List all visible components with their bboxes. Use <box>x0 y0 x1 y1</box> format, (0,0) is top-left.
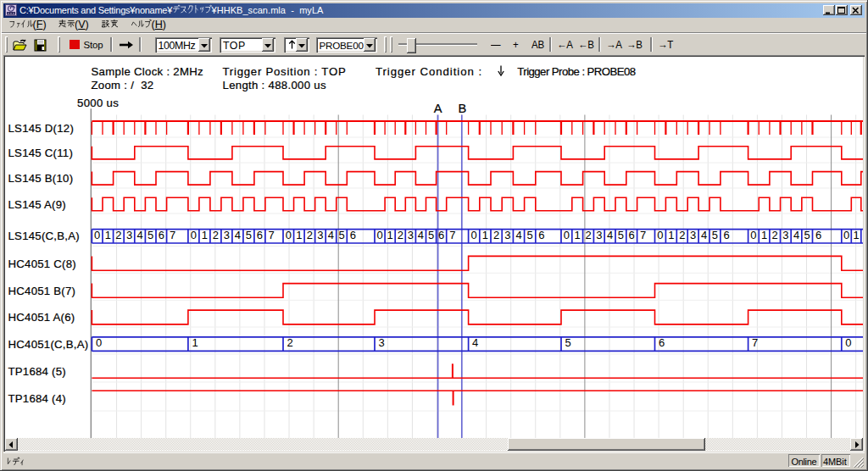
svg-text:0: 0 <box>843 229 849 241</box>
svg-text:3: 3 <box>596 229 602 241</box>
svg-text:1: 1 <box>202 229 208 241</box>
svg-text:5: 5 <box>527 229 533 241</box>
svg-text:5000 us: 5000 us <box>77 97 119 109</box>
svg-text:5: 5 <box>147 229 153 241</box>
svg-text:6: 6 <box>438 229 444 241</box>
svg-text:0: 0 <box>94 229 100 241</box>
svg-text:5: 5 <box>804 229 810 241</box>
svg-text:3: 3 <box>224 229 230 241</box>
svg-text:3: 3 <box>690 229 696 241</box>
svg-text:HC4051 C(8): HC4051 C(8) <box>8 258 76 270</box>
svg-text:LS145 D(12): LS145 D(12) <box>8 122 75 135</box>
svg-text:2: 2 <box>679 229 685 241</box>
svg-text:Trigger Probe : PROBE08: Trigger Probe : PROBE08 <box>517 65 636 78</box>
svg-text:0: 0 <box>750 229 756 241</box>
svg-text:0: 0 <box>96 336 102 349</box>
svg-text:Zoom : / 32: Zoom : / 32 <box>92 79 154 91</box>
svg-text:Sample Clock : 2MHz: Sample Clock : 2MHz <box>92 65 203 78</box>
svg-text:4: 4 <box>472 336 478 349</box>
svg-text:4: 4 <box>136 229 142 241</box>
svg-text:3: 3 <box>782 229 788 241</box>
svg-text:6: 6 <box>629 229 635 241</box>
svg-text:Length : 488.000 us: Length : 488.000 us <box>223 79 326 91</box>
svg-text:6: 6 <box>350 229 356 241</box>
svg-text:1: 1 <box>387 229 393 241</box>
svg-text:6: 6 <box>659 336 665 349</box>
svg-text:1: 1 <box>853 229 859 241</box>
svg-text:0: 0 <box>191 229 197 241</box>
svg-text:TP1684 (5): TP1684 (5) <box>8 365 66 378</box>
svg-text:4: 4 <box>793 229 799 241</box>
svg-text:0: 0 <box>376 229 382 241</box>
svg-text:HC4051 B(7): HC4051 B(7) <box>8 285 76 297</box>
svg-text:2: 2 <box>213 229 219 241</box>
svg-text:TP1684 (4): TP1684 (4) <box>8 392 66 405</box>
svg-text:LS145 B(10): LS145 B(10) <box>8 172 74 185</box>
svg-text:6: 6 <box>723 229 729 241</box>
svg-text:5: 5 <box>565 336 571 349</box>
svg-text:0: 0 <box>564 229 570 241</box>
svg-text:HC4051 A(6): HC4051 A(6) <box>8 311 75 324</box>
svg-text:Trigger Position : TOP: Trigger Position : TOP <box>223 65 347 78</box>
svg-text:1: 1 <box>575 229 581 241</box>
svg-text:7: 7 <box>268 229 274 241</box>
svg-text:5: 5 <box>428 229 434 241</box>
svg-text:0: 0 <box>286 229 292 241</box>
svg-text:Trigger Condition :: Trigger Condition : <box>376 65 482 78</box>
svg-text:2: 2 <box>287 336 293 349</box>
svg-text:4: 4 <box>701 229 707 241</box>
svg-text:6: 6 <box>815 229 821 241</box>
svg-text:0: 0 <box>845 336 851 349</box>
svg-text:2: 2 <box>398 229 403 241</box>
svg-text:1: 1 <box>296 229 302 241</box>
svg-text:4: 4 <box>235 229 241 241</box>
svg-text:7: 7 <box>170 229 175 241</box>
svg-text:2: 2 <box>115 229 121 241</box>
svg-text:3: 3 <box>379 336 385 349</box>
svg-text:3: 3 <box>504 229 510 241</box>
svg-text:4: 4 <box>607 229 613 241</box>
svg-text:1: 1 <box>192 336 198 349</box>
svg-text:0: 0 <box>471 229 477 241</box>
svg-text:2: 2 <box>585 229 591 241</box>
svg-text:A: A <box>434 102 442 115</box>
svg-text:7: 7 <box>752 336 758 349</box>
svg-text:3: 3 <box>408 229 414 241</box>
svg-text:1: 1 <box>482 229 488 241</box>
svg-text:4: 4 <box>328 229 334 241</box>
svg-text:HC4051(C,B,A): HC4051(C,B,A) <box>8 338 89 351</box>
svg-text:6: 6 <box>538 229 544 241</box>
svg-text:2: 2 <box>493 229 499 241</box>
svg-text:2: 2 <box>772 229 778 241</box>
svg-text:5: 5 <box>246 229 252 241</box>
svg-text:6: 6 <box>257 229 263 241</box>
svg-text:5: 5 <box>618 229 624 241</box>
svg-text:LS145 C(11): LS145 C(11) <box>8 147 74 159</box>
svg-text:3: 3 <box>317 229 323 241</box>
svg-text:LS145(C,B,A): LS145(C,B,A) <box>8 230 80 242</box>
svg-text:0: 0 <box>657 229 663 241</box>
svg-text:1: 1 <box>668 229 674 241</box>
svg-text:LS145 A(9): LS145 A(9) <box>8 198 66 211</box>
svg-text:1: 1 <box>105 229 111 241</box>
svg-text:3: 3 <box>126 229 132 241</box>
svg-text:6: 6 <box>159 229 164 241</box>
svg-text:2: 2 <box>307 229 313 241</box>
svg-text:5: 5 <box>712 229 718 241</box>
svg-text:7: 7 <box>640 229 646 241</box>
svg-text:7: 7 <box>449 229 455 241</box>
svg-text:4: 4 <box>418 229 424 241</box>
svg-text:B: B <box>458 102 466 115</box>
svg-text:4: 4 <box>515 229 521 241</box>
svg-text:5: 5 <box>338 229 344 241</box>
svg-text:1: 1 <box>761 229 767 241</box>
